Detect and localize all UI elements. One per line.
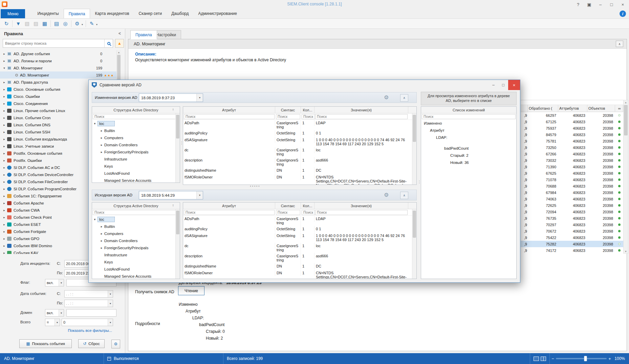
vertical-splitter-handle[interactable]: ⋮ (180, 141, 183, 145)
domain-value-field[interactable] (66, 309, 116, 317)
attribute-row[interactable]: dSASignature OctetString 1 1 0 0 0 40 0 … (183, 233, 416, 243)
scroll-up-icon[interactable]: ▲ (624, 100, 628, 104)
expander-icon[interactable]: ▸ (2, 52, 6, 56)
expander-icon[interactable]: ▸ (2, 173, 6, 176)
zoom-slider[interactable] (556, 358, 607, 359)
expander-icon[interactable]: ▸ (2, 244, 6, 248)
expander-icon[interactable]: ▸ (2, 130, 6, 134)
event-row[interactable]: ,9 72094 406823 20398 (521, 209, 623, 215)
dropdown-caret-icon[interactable]: ▾ (59, 309, 64, 316)
dropdown-caret-icon[interactable]: ▾ (59, 279, 64, 286)
tree-scrollbar[interactable] (175, 113, 180, 183)
source-version-combo[interactable]: 18.08.2019 5:44:29 ▾ (139, 191, 203, 199)
menu-tab[interactable]: Карта инцидентов (90, 9, 134, 18)
event-row[interactable]: ,9 70688 406823 20398 (521, 183, 623, 189)
syntax-search[interactable]: Поиск (276, 114, 300, 119)
ad-tree-root[interactable]: ▾ loc (92, 120, 180, 127)
event-row[interactable]: ,9 67984 406823 20398 (521, 189, 623, 196)
ad-tree-search[interactable]: Поиск (93, 114, 179, 119)
event-row[interactable]: ,9 70672 406823 20398 (521, 228, 623, 234)
expander-icon[interactable]: ▸ (99, 143, 104, 147)
total-value-field[interactable]: 0 ▾ (62, 319, 113, 326)
refresh-icon[interactable]: ↻ (2, 20, 11, 28)
changes-line[interactable]: Старый: 2 (421, 152, 516, 159)
attribute-search[interactable]: Поиск (184, 210, 275, 215)
dropdown-caret-icon[interactable]: ▾ (196, 191, 203, 199)
restore-button[interactable]: □ (606, 0, 617, 9)
dropdown-caret-icon[interactable]: ▾ (96, 23, 97, 26)
expander-icon[interactable]: ▸ (2, 194, 6, 198)
expander-icon[interactable]: ▸ (2, 251, 6, 254)
domain-combo[interactable]: вкл. ▾ (45, 309, 64, 317)
changes-line[interactable]: badPwdCount (421, 145, 516, 152)
table-scrollbar[interactable] (412, 209, 416, 279)
collapse-sidebar-icon[interactable]: < (118, 31, 121, 36)
event-row[interactable]: ,9 75282 406823 20398 (521, 241, 623, 247)
sort-ascending-icon[interactable]: ↑ (172, 203, 174, 207)
event-row[interactable]: ,9 84579 406823 20398 (521, 131, 623, 138)
menu-tab[interactable]: Инциденты (32, 9, 63, 18)
value-search[interactable]: Поиск (315, 114, 408, 119)
flag-combo[interactable]: вкл. ▾ (45, 279, 64, 286)
expander-icon[interactable]: ▸ (99, 136, 104, 140)
syntax-search[interactable]: Поиск (276, 210, 300, 215)
expander-icon[interactable]: ▾ (92, 218, 97, 221)
info-icon[interactable]: i (620, 10, 626, 17)
event-row[interactable]: ,9 75937 406823 20398 (521, 125, 623, 131)
ad-tree-item[interactable]: Keys (92, 258, 180, 265)
column-syntax[interactable]: Синтакс (275, 202, 301, 209)
expander-icon[interactable]: ▸ (2, 237, 6, 240)
dropdown-caret-icon[interactable]: ▾ (108, 291, 113, 297)
attribute-row[interactable]: distinguishedName DN 1 DC (183, 263, 416, 270)
expander-icon[interactable]: ▸ (2, 187, 6, 191)
ad-tree-item[interactable]: ▸ ForeignSecurityPrincipals (92, 244, 180, 251)
tab-rules[interactable]: Правила (130, 30, 157, 39)
dropdown-caret-icon[interactable]: ▾ (108, 300, 113, 307)
search-input[interactable] (3, 41, 104, 45)
attribute-row[interactable]: dc CaseIgnoreString 1 loc (183, 243, 416, 253)
collapse-section-icon[interactable]: ∧ (400, 94, 408, 102)
event-row[interactable]: ,9 71390 406823 20398 (521, 164, 623, 170)
event-row[interactable]: ,9 76735 406823 20398 (521, 215, 623, 221)
attribute-row[interactable]: ADsPath CaseIgnoreString 1 LDAP (183, 216, 416, 226)
expander-icon[interactable]: ▸ (2, 81, 6, 84)
ad-tree-header[interactable]: Структура Active Directory ↑ (92, 107, 180, 113)
value-search[interactable]: Поиск (315, 210, 408, 215)
event-row[interactable]: ,9 67266 406823 20398 (521, 151, 623, 157)
event-row[interactable]: ,9 67625 406823 20398 (521, 170, 623, 176)
expander-icon[interactable]: ▸ (99, 232, 104, 235)
attribute-row[interactable]: fSMORoleOwner DN 1 CN=NTDS Settings,CN=D… (183, 270, 416, 279)
changes-line[interactable]: Изменено (421, 120, 516, 127)
expander-icon[interactable]: ▸ (99, 225, 104, 228)
expander-icon[interactable]: ▸ (2, 230, 6, 233)
gear-icon[interactable]: ⚙ (384, 192, 389, 198)
expander-icon[interactable]: ▸ (99, 150, 104, 154)
expander-icon[interactable]: ▸ (2, 209, 6, 212)
close-button[interactable]: × (617, 0, 628, 9)
expander-icon[interactable]: ▾ (92, 122, 97, 125)
spinner-icon[interactable]: ▾ (108, 319, 113, 326)
expander-icon[interactable]: ▸ (99, 239, 104, 242)
dropdown-caret-icon[interactable]: ▾ (196, 94, 203, 102)
print-icon[interactable]: ▤ (52, 20, 61, 28)
menu-tab[interactable]: Администрирование (194, 9, 242, 18)
attribute-row[interactable]: distinguishedName DN 1 DC (183, 167, 416, 174)
events-filter-row[interactable] (521, 100, 623, 105)
column-attributes[interactable]: Аттрибутов (558, 105, 587, 112)
ad-tree-item[interactable]: ▸ Builtin (92, 127, 180, 134)
scroll-down-icon[interactable]: ▼ (624, 249, 628, 253)
changed-version-combo[interactable]: 18.08.2019 8:37:23 ▾ (139, 93, 203, 102)
gear-icon[interactable]: ⚙ (384, 94, 389, 101)
column-value[interactable]: Значение(я) (314, 202, 408, 209)
column-processed[interactable]: Обработано ( (528, 105, 558, 112)
search-icon[interactable] (104, 39, 113, 47)
menu-tab[interactable]: Правила (64, 9, 90, 18)
column-count[interactable]: Кол... (301, 202, 314, 209)
table-scrollbar[interactable] (412, 113, 416, 185)
ad-tree-item[interactable]: Managed Service Accounts (92, 177, 180, 183)
horizontal-splitter-handle[interactable]: ••••• (242, 185, 269, 188)
event-row[interactable]: ,9 72625 406823 20398 (521, 202, 623, 209)
dropdown-caret-icon[interactable]: ▾ (82, 23, 83, 26)
total-operator-combo[interactable]: = ▾ (45, 319, 60, 326)
event-row[interactable]: ,9 74063 406823 20398 (521, 196, 623, 202)
